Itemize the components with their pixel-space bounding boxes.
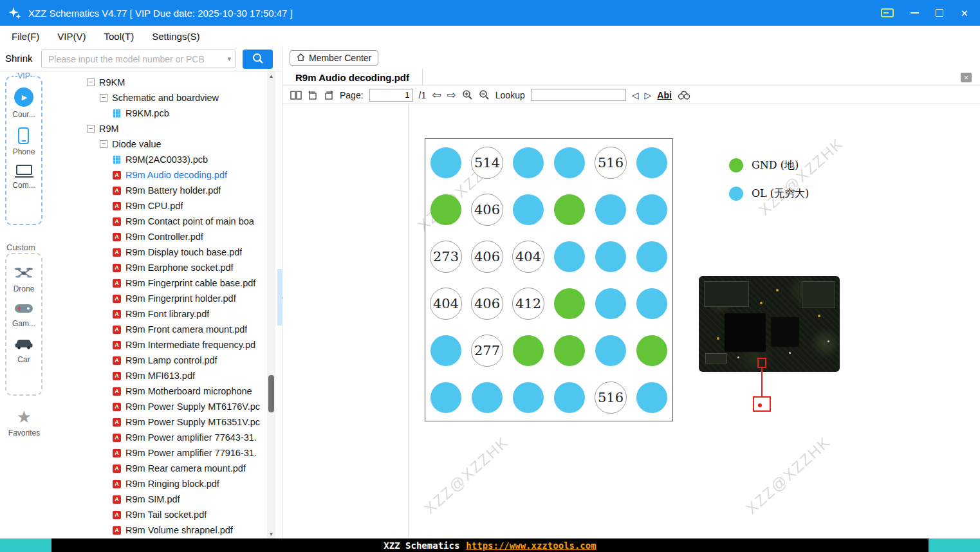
gamepad-icon xyxy=(14,304,33,316)
shrink-button[interactable]: Shrink xyxy=(5,53,33,64)
search-button[interactable] xyxy=(243,50,273,69)
zoom-in-icon[interactable] xyxy=(462,89,473,100)
tree-item[interactable]: AR9m Motherboard microphone xyxy=(48,383,267,399)
legend: GND (地) OL (无穷大) xyxy=(729,158,809,215)
sidebar-item-favorites[interactable]: ★ Favorites xyxy=(0,409,48,437)
pdf-file-icon: A xyxy=(113,465,121,473)
menu-tool[interactable]: Tool(T) xyxy=(95,26,143,47)
tree-item[interactable]: AR9m Font library.pdf xyxy=(48,306,267,322)
titlebar: XZZ Schematics V4.77 [ VIP Due date: 202… xyxy=(0,0,980,26)
tree-item[interactable]: AR9m Power Supply MT6351V.pc xyxy=(48,414,267,430)
chevron-down-icon[interactable]: ▾ xyxy=(227,55,231,63)
tree-item[interactable]: AR9m Contact point of main boa xyxy=(48,214,267,229)
gnd-circle xyxy=(554,288,585,319)
next-page-icon[interactable]: ⇨ xyxy=(447,89,456,100)
tree-item[interactable]: AR9m Power Supply MT6176V.pc xyxy=(48,399,267,414)
card-icon[interactable] xyxy=(881,8,894,18)
tree-item[interactable]: AR9m Fingerprint cable base.pdf xyxy=(48,275,267,291)
member-center-label: Member Center xyxy=(309,53,371,63)
prev-page-icon[interactable]: ⇦ xyxy=(432,89,441,100)
tree-item[interactable]: R9M xyxy=(48,121,267,136)
menu-file[interactable]: File(F) xyxy=(3,26,48,47)
tree-item[interactable]: AR9m CPU.pdf xyxy=(48,198,267,214)
tree-item[interactable]: AR9m Power amplifier 77643-31. xyxy=(48,430,267,445)
sidebar-item-car[interactable]: Car xyxy=(14,338,33,364)
tree-item-label: R9m Ringing block.pdf xyxy=(125,479,219,489)
tree-item-label: R9m Font library.pdf xyxy=(125,309,209,319)
diode-value-circle: 273 xyxy=(430,241,462,273)
sidebar-item-game[interactable]: Gam... xyxy=(12,304,35,328)
collapse-icon[interactable] xyxy=(100,140,107,148)
collapse-icon[interactable] xyxy=(100,94,107,102)
search-input[interactable] xyxy=(41,50,236,68)
tree-item[interactable]: AR9m SIM.pdf xyxy=(48,492,267,507)
tree-item[interactable]: AR9m Power amplifier 77916-31. xyxy=(48,445,267,461)
match-case-icon[interactable]: Abi xyxy=(657,90,672,100)
rotate-right-icon[interactable] xyxy=(324,90,334,100)
tree-item[interactable]: R9KM.pcb xyxy=(48,106,267,121)
close-tab-icon[interactable]: ✕ xyxy=(961,73,972,82)
status-edge-right xyxy=(929,538,980,552)
sidebar-item-phone[interactable]: Phone xyxy=(13,127,35,156)
tree-item[interactable]: AR9m Earphone socket.pdf xyxy=(48,260,267,275)
sidebar-item-drone[interactable]: Drone xyxy=(14,266,35,293)
sidebar-item-courses[interactable]: ▶ Cour... xyxy=(12,87,35,119)
close-button[interactable]: ✕ xyxy=(960,8,968,18)
tree-item[interactable]: AR9m Tail socket.pdf xyxy=(48,507,267,522)
zoom-out-icon[interactable] xyxy=(479,89,490,100)
tab-audio-decoding-pdf[interactable]: R9m Audio decoding.pdf xyxy=(282,69,423,86)
scroll-up-icon[interactable]: ▲ xyxy=(267,71,275,80)
find-previous-icon[interactable]: ◁ xyxy=(632,91,639,100)
tree-item[interactable]: R9KM xyxy=(48,75,267,90)
sidebar-item-computer[interactable]: Com... xyxy=(12,165,35,190)
two-page-view-icon[interactable] xyxy=(290,91,302,100)
tree-item[interactable]: AR9m Controller.pdf xyxy=(48,229,267,244)
tree-item[interactable]: AR9m Display touch base.pdf xyxy=(48,244,267,260)
pdf-file-icon: A xyxy=(113,526,121,535)
tree-item[interactable]: R9M(2AC0033).pcb xyxy=(48,152,267,167)
page-left-edge xyxy=(408,104,409,538)
minimize-button[interactable] xyxy=(911,12,919,14)
tree-item[interactable]: AR9m Front camera mount.pdf xyxy=(48,322,267,337)
pcb-file-icon xyxy=(113,109,121,118)
scroll-down-icon[interactable]: ▼ xyxy=(267,529,275,538)
maximize-button[interactable] xyxy=(936,9,943,17)
tree-item-label: R9m CPU.pdf xyxy=(125,201,183,211)
lookup-input[interactable] xyxy=(531,89,626,101)
scrollbar-thumb[interactable] xyxy=(268,375,274,412)
member-center-button[interactable]: Member Center xyxy=(290,50,378,66)
diode-value-circle: 277 xyxy=(471,335,503,367)
collapse-icon[interactable] xyxy=(87,78,95,86)
find-next-icon[interactable]: ▷ xyxy=(645,91,652,100)
menu-settings[interactable]: Settings(S) xyxy=(143,26,208,47)
tree-item[interactable]: AR9m Fingerprint holder.pdf xyxy=(48,291,267,306)
menu-vip[interactable]: VIP(V) xyxy=(48,26,95,47)
tree-item-label: Schematic and boardview xyxy=(112,93,219,103)
pdf-file-icon: A xyxy=(113,264,121,272)
legend-label: GND (地) xyxy=(752,159,799,172)
tree-item[interactable]: AR9m MFI613.pdf xyxy=(48,368,267,383)
pdf-file-icon: A xyxy=(113,326,121,334)
pdf-file-icon: A xyxy=(113,356,121,365)
tree-item[interactable]: AR9m Audio decoding.pdf xyxy=(48,167,267,183)
tree-item[interactable]: AR9m Rear camera mount.pdf xyxy=(48,461,267,476)
binoculars-icon[interactable] xyxy=(678,91,690,100)
tree-item[interactable]: AR9m Battery holder.pdf xyxy=(48,183,267,198)
ol-circle xyxy=(636,147,667,178)
ol-circle xyxy=(595,241,626,272)
page-number-input[interactable] xyxy=(369,89,413,102)
tree-item[interactable]: AR9m Ringing block.pdf xyxy=(48,476,267,492)
tree-item[interactable]: AR9m Volume shrapnel.pdf xyxy=(48,522,267,538)
status-url[interactable]: https://www.xzztools.com xyxy=(466,540,596,551)
pdf-file-icon: A xyxy=(113,187,121,195)
tree-scrollbar[interactable]: ▲ ▼ xyxy=(267,71,275,538)
play-icon: ▶ xyxy=(14,87,33,107)
tree-item[interactable]: AR9m Lamp control.pdf xyxy=(48,353,267,368)
rotate-left-icon[interactable] xyxy=(308,90,318,100)
ol-circle xyxy=(430,382,461,413)
collapse-icon[interactable] xyxy=(87,125,95,133)
tree-item[interactable]: AR9m Intermediate frequency.pd xyxy=(48,337,267,353)
tree-item[interactable]: Schematic and boardview xyxy=(48,90,267,106)
tree-item[interactable]: Diode value xyxy=(48,136,267,152)
member-band: Member Center xyxy=(282,47,980,69)
